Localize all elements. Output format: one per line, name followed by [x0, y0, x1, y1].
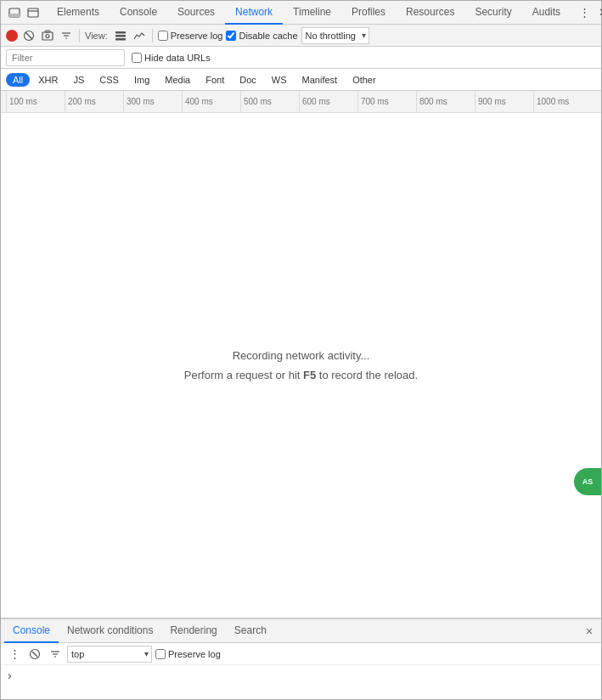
bottom-panel: Console Network conditions Rendering Sea…: [1, 618, 601, 699]
preserve-log-group[interactable]: Preserve log: [158, 31, 223, 41]
network-toolbar: View: Preserve log Disable cache No thro…: [1, 25, 601, 47]
tick-500ms: 500 ms: [240, 91, 299, 112]
disable-cache-checkbox[interactable]: [226, 31, 236, 41]
svg-line-5: [25, 32, 32, 39]
devtools-frame: Elements Console Sources Network Timelin…: [0, 0, 602, 700]
throttle-select[interactable]: No throttling: [301, 27, 369, 44]
close-bottom-panel-button[interactable]: ×: [581, 623, 598, 640]
empty-state-line1: Recording network activity...: [184, 346, 418, 365]
bottom-tab-search[interactable]: Search: [226, 619, 275, 643]
context-select-wrapper: top: [67, 646, 152, 663]
hide-data-urls-group[interactable]: Hide data URLs: [132, 53, 211, 63]
top-tab-sources[interactable]: Sources: [167, 1, 225, 25]
empty-state-line2: Perform a request or hit F5 to record th…: [184, 365, 418, 385]
capture-screenshot-button[interactable]: [40, 28, 55, 43]
console-preserve-log-group[interactable]: Preserve log: [155, 649, 221, 659]
console-filter-icon[interactable]: [47, 646, 64, 663]
filter-tab-css[interactable]: CSS: [93, 73, 126, 87]
tick-400ms: 400 ms: [182, 91, 240, 112]
view-label: View:: [85, 31, 108, 41]
preserve-log-label: Preserve log: [171, 31, 223, 41]
toolbar-separator-1: [79, 29, 80, 42]
svg-rect-1: [9, 14, 20, 17]
waterfall-view-button[interactable]: [132, 28, 147, 43]
toolbar-separator-2: [152, 29, 153, 42]
tick-1000ms: 1000 ms: [533, 91, 592, 112]
console-preserve-log-checkbox[interactable]: [155, 649, 166, 659]
tick-100ms: 100 ms: [6, 91, 65, 112]
top-tab-bar: Elements Console Sources Network Timelin…: [1, 1, 601, 25]
top-tab-elements[interactable]: Elements: [47, 1, 110, 25]
bottom-tab-console[interactable]: Console: [4, 619, 59, 643]
empty-state-key: F5: [303, 369, 316, 381]
filter-tab-media[interactable]: Media: [158, 73, 197, 87]
disable-cache-label: Disable cache: [239, 31, 297, 41]
filter-tab-all[interactable]: All: [6, 73, 30, 87]
svg-line-16: [32, 652, 37, 657]
top-tab-network[interactable]: Network: [225, 1, 283, 25]
tick-600ms: 600 ms: [299, 91, 357, 112]
filter-row: Hide data URLs: [1, 47, 601, 69]
top-tab-console[interactable]: Console: [110, 1, 167, 25]
record-button[interactable]: [6, 30, 18, 42]
top-tab-timeline[interactable]: Timeline: [283, 1, 341, 25]
filter-icon[interactable]: [59, 28, 74, 43]
preserve-log-checkbox[interactable]: [158, 31, 168, 41]
undock-icon[interactable]: [25, 4, 42, 21]
svg-rect-8: [45, 31, 50, 32]
tick-300ms: 300 ms: [123, 91, 182, 112]
svg-rect-14: [115, 38, 126, 41]
dock-icon[interactable]: [6, 4, 23, 21]
clear-button[interactable]: [21, 28, 37, 43]
tick-200ms: 200 ms: [65, 91, 123, 112]
filter-tab-doc[interactable]: Doc: [233, 73, 263, 87]
console-prompt: ›: [8, 669, 594, 682]
filter-tab-other[interactable]: Other: [346, 73, 383, 87]
bottom-tab-network-conditions[interactable]: Network conditions: [59, 619, 161, 643]
svg-point-7: [46, 34, 49, 37]
hide-data-urls-checkbox[interactable]: [132, 53, 142, 63]
more-menu-icon[interactable]: ⋮: [576, 4, 593, 21]
filter-tab-img[interactable]: Img: [127, 73, 156, 87]
top-tab-resources[interactable]: Resources: [396, 1, 464, 25]
bottom-tabs: Console Network conditions Rendering Sea…: [1, 619, 601, 643]
top-right-icons: ⋮ ✕: [571, 4, 602, 21]
close-devtools-button[interactable]: ✕: [594, 4, 602, 21]
svg-rect-6: [42, 32, 53, 40]
console-clear-icon[interactable]: [26, 646, 43, 663]
filter-tab-manifest[interactable]: Manifest: [295, 73, 345, 87]
context-select[interactable]: top: [67, 646, 152, 663]
hide-data-urls-label: Hide data URLs: [144, 53, 211, 63]
timeline-header: 100 ms 200 ms 300 ms 400 ms 500 ms 600 m…: [1, 91, 601, 113]
svg-rect-13: [115, 35, 126, 37]
filter-tab-font[interactable]: Font: [199, 73, 231, 87]
filter-tab-xhr[interactable]: XHR: [31, 73, 65, 87]
empty-state: Recording network activity... Perform a …: [184, 346, 418, 386]
empty-state-suffix: to record the reload.: [316, 369, 418, 381]
console-content: ›: [1, 665, 601, 699]
filter-tabs: All XHR JS CSS Img Media Font Doc WS Man…: [1, 69, 601, 91]
top-left-icons: [1, 4, 47, 21]
console-prompt-icon: ›: [8, 669, 12, 682]
console-toolbar: ⋮ top Preserve: [1, 643, 601, 665]
assistant-badge[interactable]: AS: [574, 468, 601, 495]
throttle-wrapper: No throttling: [301, 27, 369, 44]
list-view-button[interactable]: [113, 28, 128, 43]
svg-rect-2: [28, 8, 38, 17]
console-more-icon[interactable]: ⋮: [6, 646, 23, 663]
bottom-tab-rendering[interactable]: Rendering: [161, 619, 225, 643]
top-tab-profiles[interactable]: Profiles: [341, 1, 396, 25]
empty-state-prefix: Perform a request or hit: [184, 369, 303, 381]
tick-700ms: 700 ms: [357, 91, 416, 112]
tick-900ms: 900 ms: [475, 91, 533, 112]
svg-rect-12: [115, 31, 126, 34]
filter-input[interactable]: [6, 49, 125, 66]
tick-800ms: 800 ms: [416, 91, 475, 112]
disable-cache-group[interactable]: Disable cache: [226, 31, 297, 41]
filter-tab-ws[interactable]: WS: [265, 73, 294, 87]
top-tab-audits[interactable]: Audits: [522, 1, 571, 25]
top-tab-security[interactable]: Security: [464, 1, 521, 25]
filter-tab-js[interactable]: JS: [66, 73, 91, 87]
console-preserve-log-label: Preserve log: [168, 649, 221, 659]
network-main-content: Recording network activity... Perform a …: [1, 113, 601, 618]
